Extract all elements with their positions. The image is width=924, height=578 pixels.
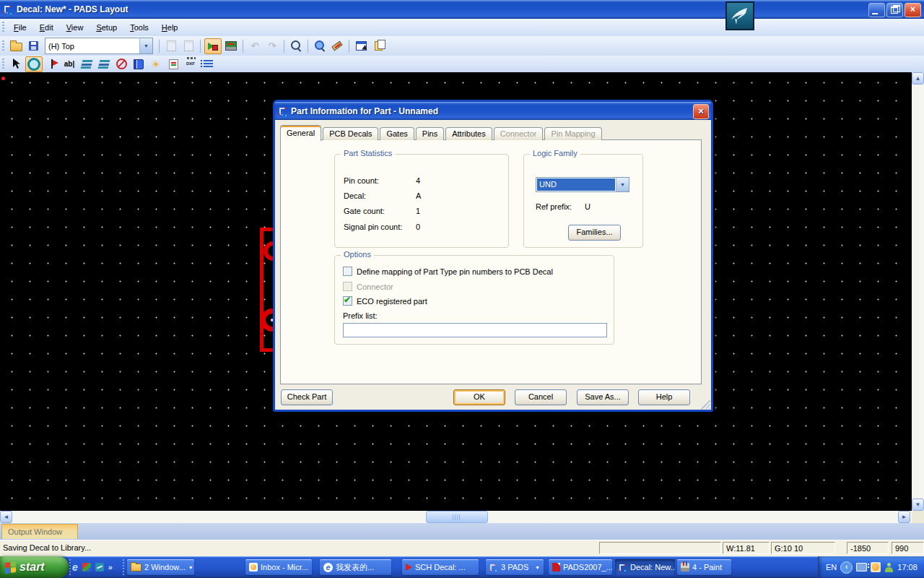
- pads-quicklaunch-icon[interactable]: [82, 563, 91, 571]
- chevron-down-icon[interactable]: ▼: [139, 38, 152, 53]
- tab-attributes[interactable]: Attributes: [445, 127, 492, 140]
- system-tray: EN ‹ 17:08: [818, 556, 924, 578]
- tab-pcb-decals[interactable]: PCB Decals: [323, 127, 378, 140]
- menu-setup[interactable]: Setup: [90, 21, 123, 34]
- drag-grip[interactable]: [2, 40, 4, 52]
- checkbox-define-mapping-label[interactable]: Define mapping of Part Type pin numbers …: [357, 267, 553, 276]
- tab-output-window[interactable]: Output Window: [1, 524, 78, 539]
- undo-icon[interactable]: ↶: [247, 39, 263, 53]
- title-bar[interactable]: Decal: New* - PADS Layout ×: [0, 0, 924, 19]
- logic-family-select[interactable]: UND ▼: [536, 177, 629, 192]
- language-bar-icon[interactable]: ‹: [840, 561, 853, 574]
- checkbox-eco-registered-label[interactable]: ECO registered part: [357, 297, 427, 306]
- restore-button[interactable]: [886, 3, 903, 17]
- check-icon: ✔: [344, 295, 351, 305]
- vertical-scrollbar[interactable]: ▲ ▼: [912, 72, 924, 511]
- save-icon[interactable]: [25, 39, 41, 53]
- close-button[interactable]: ×: [905, 3, 921, 17]
- ie-quicklaunch-icon[interactable]: e: [72, 561, 78, 573]
- layer-selector[interactable]: (H) Top ▼: [45, 38, 153, 54]
- brush-icon[interactable]: [329, 39, 345, 53]
- cancel-button[interactable]: Cancel: [515, 389, 567, 405]
- stat-value: 0: [416, 223, 420, 231]
- burst-icon[interactable]: ☀: [148, 57, 164, 72]
- help-button[interactable]: Help: [638, 389, 690, 405]
- menu-edit[interactable]: Edit: [33, 21, 60, 34]
- output-window-bar: Output Window: [0, 523, 924, 540]
- menu-help[interactable]: Help: [155, 21, 185, 34]
- list-icon[interactable]: [200, 57, 216, 72]
- drafting-toolbar-icon[interactable]: [25, 56, 43, 72]
- horizontal-scrollbar[interactable]: ◄ ►: [0, 511, 912, 523]
- families-button[interactable]: Families...: [568, 225, 621, 241]
- save-as-button[interactable]: Save As...: [577, 389, 629, 405]
- sheet-icon-2[interactable]: [180, 39, 196, 53]
- library-icon[interactable]: [131, 57, 147, 72]
- terminal-icon[interactable]: [44, 57, 60, 72]
- taskbar-task-paint[interactable]: 4 - Paint: [677, 559, 731, 575]
- design-toolbar-icon[interactable]: [204, 38, 222, 54]
- checkbox-eco-registered[interactable]: ✔: [343, 296, 352, 306]
- menu-file[interactable]: File: [7, 21, 33, 34]
- checkbox-define-mapping[interactable]: [343, 267, 352, 276]
- status-field-y: 990: [892, 542, 924, 554]
- board-icon[interactable]: [223, 39, 239, 53]
- open-icon[interactable]: [8, 39, 24, 53]
- menu-tools[interactable]: Tools: [123, 21, 155, 34]
- dialog-close-icon[interactable]: ×: [693, 104, 709, 119]
- messenger-icon[interactable]: [884, 563, 894, 572]
- board-zoom-icon[interactable]: [312, 39, 328, 53]
- chevron-down-icon[interactable]: ▼: [616, 178, 629, 191]
- scroll-thumb[interactable]: [426, 511, 488, 523]
- ref-prefix-value: U: [585, 202, 590, 211]
- group-caption: Logic Family: [530, 149, 580, 158]
- tab-gates[interactable]: Gates: [380, 127, 414, 140]
- start-button[interactable]: start: [0, 556, 69, 578]
- menu-view[interactable]: View: [60, 21, 90, 34]
- stat-value: 4: [416, 176, 420, 185]
- paste-icon[interactable]: [370, 39, 386, 53]
- taskbar-task-decal-active[interactable]: Decal: New...: [615, 559, 675, 575]
- pads-layout-window: Decal: New* - PADS Layout × File Edit Vi…: [0, 0, 924, 578]
- scroll-right-icon[interactable]: ►: [898, 511, 910, 523]
- tab-page-general: Part Statistics Pin count: 4 Decal: A Ga…: [280, 139, 702, 384]
- network-icon[interactable]: [856, 563, 867, 571]
- quicklaunch-overflow-icon[interactable]: »: [108, 563, 113, 571]
- sheet-icon[interactable]: [163, 39, 179, 53]
- dialog-title-bar[interactable]: Part Information for Part - Unnamed ×: [275, 102, 711, 120]
- select-arrow-icon[interactable]: [8, 57, 24, 72]
- scroll-left-icon[interactable]: ◄: [0, 511, 12, 523]
- tab-pins[interactable]: Pins: [416, 127, 444, 140]
- status-field-width: W:11.81: [723, 542, 770, 554]
- scroll-down-icon[interactable]: ▼: [912, 499, 924, 511]
- layers-icon[interactable]: [79, 57, 95, 72]
- security-icon[interactable]: [871, 562, 881, 572]
- layers-icon-2[interactable]: [96, 57, 112, 72]
- scroll-up-icon[interactable]: ▲: [912, 72, 924, 85]
- taskbar-task-pdf[interactable]: PADS2007_...: [549, 559, 612, 575]
- minimize-button[interactable]: [868, 3, 885, 17]
- eco-icon[interactable]: [165, 57, 181, 72]
- menu-bar: File Edit View Setup Tools Help: [0, 19, 924, 37]
- window-icon[interactable]: [353, 39, 369, 53]
- taskbar: start e » 2 Window... ▼ Inbox - Micr... …: [0, 556, 924, 578]
- swallow-quicklaunch-icon[interactable]: [95, 563, 104, 571]
- language-indicator[interactable]: EN: [826, 563, 837, 571]
- zoom-icon[interactable]: [288, 39, 304, 53]
- taskbar-task-sch-decal[interactable]: SCH Decal: ...: [402, 559, 479, 575]
- taskbar-task-inbox[interactable]: Inbox - Micr...: [245, 559, 312, 575]
- taskbar-task-windows-group[interactable]: 2 Window... ▼: [127, 559, 194, 575]
- drag-grip[interactable]: [2, 59, 4, 70]
- text-tool-icon[interactable]: ab|: [61, 57, 77, 72]
- redo-icon[interactable]: ↷: [264, 39, 280, 53]
- taskbar-task-browser[interactable]: e 我发表的...: [320, 559, 391, 575]
- dxf-icon[interactable]: DXF: [183, 57, 199, 72]
- resize-grip[interactable]: [701, 400, 710, 409]
- ok-button[interactable]: OK: [453, 389, 505, 405]
- drag-grip[interactable]: [2, 22, 4, 33]
- taskbar-task-pads-group[interactable]: 3 PADS ▼: [486, 559, 544, 575]
- no-entry-icon[interactable]: [113, 57, 129, 72]
- check-part-button[interactable]: Check Part: [281, 389, 333, 405]
- tab-general[interactable]: General: [280, 125, 321, 141]
- prefix-list-input[interactable]: [343, 323, 607, 337]
